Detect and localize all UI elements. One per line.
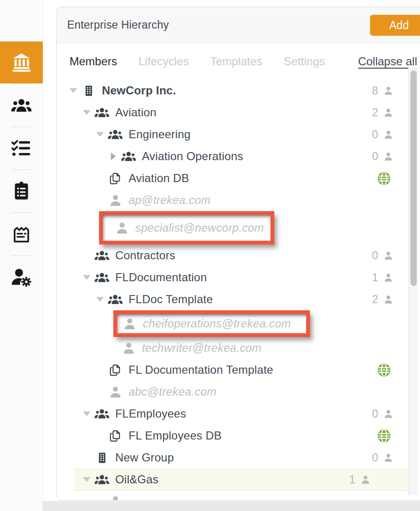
person-icon: [114, 221, 130, 235]
tree-row[interactable]: Contractors0: [57, 245, 420, 266]
member-count-value: 0: [372, 128, 378, 141]
team-icon: [94, 406, 110, 421]
person-small-icon: [382, 130, 394, 140]
checklist-icon: [11, 138, 32, 159]
tree-row[interactable]: Aviation DB: [57, 167, 420, 189]
tree-row[interactable]: cheifoperations@trekea.com: [57, 310, 420, 337]
tree-row[interactable]: Engineering0: [57, 123, 420, 145]
tree-row[interactable]: Oil&Gas1: [74, 469, 410, 491]
member-count-value: 0: [372, 249, 378, 262]
person-small-icon: [382, 273, 394, 283]
tree-row[interactable]: FLDocumentation1: [57, 266, 420, 288]
team-icon: [94, 105, 110, 120]
person-small-icon: [382, 86, 394, 96]
sidebar: [0, 0, 43, 511]
scrollbar-track[interactable]: [408, 67, 418, 495]
tree-row[interactable]: FLDoc Template2: [57, 288, 420, 310]
annotation-box-content: specialist@newcorp.com: [103, 215, 270, 241]
person-icon: [108, 495, 123, 501]
tree-row[interactable]: Aviation2: [57, 102, 420, 123]
annotation-box: specialist@newcorp.com: [99, 211, 274, 245]
form-icon: [11, 224, 32, 245]
tree-row[interactable]: [57, 491, 420, 501]
globe-icon: [377, 429, 391, 443]
member-count: 1: [372, 271, 394, 284]
sidebar-item-checklist[interactable]: [0, 127, 43, 169]
caret-down-icon[interactable]: [83, 275, 90, 280]
sidebar-item-teams[interactable]: [0, 84, 43, 126]
tree-row[interactable]: abc@trekea.com: [57, 381, 420, 403]
tree-row-label: abc@trekea.com: [129, 385, 217, 399]
hierarchy-tree: NewCorp Inc.8Aviation2Engineering0Aviati…: [57, 80, 420, 501]
member-count-value: 1: [349, 473, 355, 486]
sidebar-item-institution[interactable]: [0, 41, 43, 83]
member-count-value: 1: [372, 271, 378, 284]
team-icon: [94, 248, 110, 263]
panel-header: Enterprise Hierarchy Add: [57, 7, 420, 43]
people-icon: [11, 95, 32, 116]
tree-row-label: FLDocumentation: [115, 271, 207, 284]
member-count-value: 2: [372, 293, 378, 306]
caret-down-icon[interactable]: [96, 132, 104, 137]
member-count-value: 0: [372, 150, 378, 163]
annotation-box-content: cheifoperations@trekea.com: [117, 314, 306, 333]
member-count: 0: [372, 408, 394, 420]
tab-bar: MembersLifecyclesTemplatesSettings Colla…: [57, 43, 420, 80]
tab-list: MembersLifecyclesTemplatesSettings: [70, 55, 325, 68]
user-gear-icon: [11, 266, 32, 287]
tree-row[interactable]: New Group0: [57, 447, 420, 469]
page-footer-area: [43, 501, 420, 511]
sidebar-item-clipboard[interactable]: [0, 170, 43, 212]
building-icon: [81, 84, 96, 97]
tree-row[interactable]: ap@trekea.com: [57, 189, 420, 211]
member-count-value: 0: [372, 408, 378, 420]
tree-row-label: FLEmployees: [115, 407, 186, 420]
tree-row-label: NewCorp Inc.: [102, 84, 176, 97]
team-icon: [108, 292, 123, 307]
clipboard-icon: [11, 181, 32, 202]
caret-right-icon[interactable]: [110, 153, 117, 160]
person-small-icon: [382, 295, 394, 305]
team-icon: [94, 270, 110, 285]
add-button[interactable]: Add: [370, 15, 420, 36]
tree-row[interactable]: NewCorp Inc.8: [57, 80, 420, 102]
tree-row[interactable]: techwriter@trekea.com: [57, 337, 420, 359]
tab-templates[interactable]: Templates: [210, 55, 262, 68]
caret-down-icon[interactable]: [70, 88, 77, 93]
caret-down-icon[interactable]: [83, 477, 90, 482]
building-icon: [94, 451, 110, 464]
visibility-badge: [377, 172, 391, 185]
tab-members[interactable]: Members: [70, 55, 117, 68]
tree-row[interactable]: FL Documentation Template: [57, 359, 420, 381]
member-count-value: 8: [372, 84, 378, 97]
person-icon: [121, 341, 136, 355]
tab-settings[interactable]: Settings: [284, 55, 325, 68]
sidebar-item-forms[interactable]: [0, 213, 43, 255]
member-count-value: 2: [372, 106, 378, 119]
collapse-all-link[interactable]: Collapse all: [358, 55, 417, 68]
enterprise-hierarchy-panel: Enterprise Hierarchy Add MembersLifecycl…: [56, 7, 420, 501]
caret-down-icon[interactable]: [96, 297, 104, 302]
person-icon: [108, 385, 123, 399]
tree-row[interactable]: specialist@newcorp.com: [57, 211, 420, 245]
sidebar-item-user-admin[interactable]: [0, 256, 43, 298]
person-small-icon: [382, 409, 394, 419]
tree-row-label: Aviation DB: [129, 172, 189, 185]
tree-row[interactable]: FLEmployees0: [57, 403, 420, 425]
caret-down-icon[interactable]: [83, 110, 90, 115]
scrollbar-thumb[interactable]: [410, 71, 417, 286]
bank-icon: [11, 52, 32, 73]
member-count: 0: [372, 451, 394, 464]
person-small-icon: [360, 475, 371, 485]
tree-row[interactable]: Aviation Operations0: [57, 145, 420, 167]
visibility-badge: [377, 363, 391, 377]
tree-row-label: FL Documentation Template: [129, 363, 273, 377]
page: Enterprise Hierarchy Add MembersLifecycl…: [0, 0, 420, 511]
member-count: 2: [372, 106, 394, 119]
caret-down-icon[interactable]: [83, 411, 90, 416]
tree-row-label: cheifoperations@trekea.com: [143, 317, 291, 330]
tree-row-label: Oil&Gas: [115, 473, 159, 486]
tab-lifecycles[interactable]: Lifecycles: [139, 55, 189, 68]
globe-icon: [377, 172, 391, 185]
tree-row[interactable]: FL Employees DB: [57, 425, 420, 447]
